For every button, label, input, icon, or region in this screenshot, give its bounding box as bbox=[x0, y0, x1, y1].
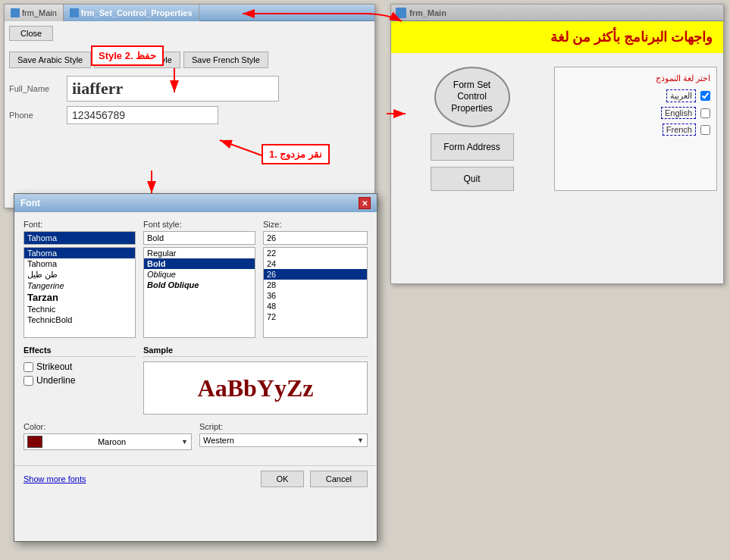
save-arabic-button[interactable]: Save Arabic Style bbox=[9, 52, 91, 68]
color-dropdown-icon: ▼ bbox=[181, 438, 188, 446]
tab-icon-frm-main bbox=[11, 8, 20, 17]
script-dropdown-icon: ▼ bbox=[357, 436, 364, 444]
script-select[interactable]: Western ▼ bbox=[199, 433, 368, 447]
font-list[interactable]: Tahoma Tahoma طن طيل Tangerine Tarzan Te… bbox=[23, 247, 136, 338]
font-col: Font: Tahoma Tahoma طن طيل Tangerine Tar… bbox=[23, 220, 136, 338]
style-bold-selected[interactable]: Bold bbox=[144, 258, 255, 269]
color-label: Color: bbox=[23, 422, 192, 431]
dialog-body: Font: Tahoma Tahoma طن طيل Tangerine Tar… bbox=[14, 212, 377, 465]
size-48[interactable]: 48 bbox=[264, 301, 367, 311]
dialog-footer: Show more fonts OK Cancel bbox=[14, 465, 377, 492]
sample-col: Sample AaBbYyZz bbox=[143, 346, 368, 415]
script-label: Script: bbox=[199, 422, 368, 431]
annotation-1: 1. نقر مزدوج bbox=[262, 144, 330, 164]
size-28[interactable]: 28 bbox=[264, 280, 367, 290]
size-26-selected[interactable]: 26 bbox=[264, 269, 367, 280]
annotation-1-text: 1. نقر مزدوج bbox=[269, 149, 322, 160]
arabic-checkbox-row: العربية bbox=[561, 89, 710, 102]
size-col: Size: 22 24 26 28 36 48 72 bbox=[263, 220, 368, 338]
style-buttons-row: Save Arabic Style Save English Style Sav… bbox=[9, 52, 370, 68]
font-list-item-arabic[interactable]: طن طيل bbox=[24, 269, 135, 280]
color-select[interactable]: Maroon ▼ bbox=[23, 433, 192, 450]
form-address-button[interactable]: Form Address bbox=[431, 133, 514, 161]
sample-label: Sample bbox=[143, 346, 368, 357]
full-name-label: Full_Name bbox=[9, 84, 62, 93]
full-name-input[interactable] bbox=[67, 76, 279, 102]
sample-text: AaBbYyZz bbox=[198, 374, 314, 402]
size-label: Size: bbox=[263, 220, 368, 229]
font-list-item-tarzan[interactable]: Tarzan bbox=[24, 291, 135, 304]
right-window: frm_Main واجهات البرنامج بأكثر من لغة Fo… bbox=[390, 4, 724, 284]
english-checkbox[interactable] bbox=[700, 108, 710, 118]
phone-row: Phone bbox=[9, 106, 370, 124]
script-col: Script: Western ▼ bbox=[199, 422, 368, 450]
choose-lang-label: اختر لغة النموذج bbox=[561, 74, 710, 83]
tab-frm-set-label: frm_Set_Control_Properties bbox=[81, 8, 193, 17]
right-body: واجهات البرنامج بأكثر من لغة Form SetCon… bbox=[391, 21, 723, 197]
close-button[interactable]: Close bbox=[9, 26, 53, 41]
font-list-item-tahoma-selected[interactable]: Tahoma bbox=[24, 248, 135, 258]
underline-label: Underline bbox=[36, 375, 75, 386]
style-label: Font style: bbox=[143, 220, 255, 229]
style-regular[interactable]: Regular bbox=[144, 248, 255, 258]
form-set-control-button[interactable]: Form SetControlProperties bbox=[434, 67, 510, 127]
font-list-item-technicbold[interactable]: TechnicBold bbox=[24, 314, 135, 325]
french-checkbox[interactable] bbox=[700, 125, 710, 135]
right-titlebar-icon bbox=[396, 8, 406, 18]
header-banner: واجهات البرنامج بأكثر من لغة bbox=[391, 21, 723, 53]
style-bold-oblique[interactable]: Bold Oblique bbox=[144, 280, 255, 290]
dialog-close-button[interactable]: ✕ bbox=[359, 197, 371, 209]
strikeout-checkbox[interactable] bbox=[23, 362, 33, 372]
phone-input[interactable] bbox=[67, 106, 218, 124]
underline-checkbox[interactable] bbox=[23, 376, 33, 386]
font-row: Font: Tahoma Tahoma طن طيل Tangerine Tar… bbox=[23, 220, 368, 338]
arabic-checkbox[interactable] bbox=[700, 91, 710, 101]
size-input[interactable] bbox=[263, 231, 368, 245]
right-titlebar: frm_Main bbox=[391, 5, 723, 21]
full-name-row: Full_Name bbox=[9, 76, 370, 102]
show-more-fonts-link[interactable]: Show more fonts bbox=[23, 474, 86, 483]
left-window: frm_Main frm_Set_Control_Properties Clos… bbox=[4, 4, 375, 208]
color-col: Color: Maroon ▼ bbox=[23, 422, 192, 450]
arabic-label: العربية bbox=[666, 89, 696, 102]
dialog-cancel-button[interactable]: Cancel bbox=[310, 471, 368, 487]
font-dialog: Font ✕ Font: Tahoma Tahoma طن طيل Tanger… bbox=[14, 193, 378, 542]
tab-frm-main-label: frm_Main bbox=[22, 8, 57, 17]
font-list-item-tangerine[interactable]: Tangerine bbox=[24, 280, 135, 291]
left-titlebar: frm_Main frm_Set_Control_Properties bbox=[5, 5, 374, 21]
tab-icon-frm-set bbox=[70, 8, 79, 17]
quit-button[interactable]: Quit bbox=[431, 167, 514, 191]
style-input[interactable] bbox=[143, 231, 255, 245]
french-checkbox-row: French bbox=[561, 124, 710, 136]
font-list-item-technic[interactable]: Technic bbox=[24, 304, 135, 314]
right-title: frm_Main bbox=[409, 8, 446, 17]
dialog-title: Font bbox=[20, 198, 40, 208]
save-french-button[interactable]: Save French Style bbox=[183, 52, 268, 68]
size-list[interactable]: 22 24 26 28 36 48 72 bbox=[263, 247, 368, 338]
script-value: Western bbox=[203, 436, 234, 445]
left-body: Close Save Arabic Style Save English Sty… bbox=[5, 21, 374, 133]
size-36[interactable]: 36 bbox=[264, 290, 367, 301]
english-checkbox-row: English bbox=[561, 107, 710, 119]
tab-frm-set[interactable]: frm_Set_Control_Properties bbox=[64, 5, 199, 21]
tab-frm-main[interactable]: frm_Main bbox=[5, 5, 64, 21]
phone-label: Phone bbox=[9, 111, 62, 120]
language-panel: اختر لغة النموذج العربية English French bbox=[554, 67, 717, 191]
annotation-2-text: Style حفظ .2 bbox=[99, 50, 156, 61]
sample-box: AaBbYyZz bbox=[143, 361, 368, 415]
dialog-ok-button[interactable]: OK bbox=[261, 471, 305, 487]
size-24[interactable]: 24 bbox=[264, 258, 367, 269]
dialog-action-buttons: OK Cancel bbox=[258, 471, 368, 487]
font-list-item-tahoma[interactable]: Tahoma bbox=[24, 258, 135, 269]
french-label: French bbox=[663, 124, 696, 136]
font-input[interactable] bbox=[23, 231, 136, 245]
effects-sample-row: Effects Strikeout Underline Sample AaBbY… bbox=[23, 346, 368, 415]
style-list[interactable]: Regular Bold Oblique Bold Oblique bbox=[143, 247, 255, 338]
size-22[interactable]: 22 bbox=[264, 248, 367, 258]
underline-row: Underline bbox=[23, 375, 136, 386]
style-oblique[interactable]: Oblique bbox=[144, 269, 255, 280]
color-swatch bbox=[27, 436, 42, 448]
style-col: Font style: Regular Bold Oblique Bold Ob… bbox=[143, 220, 255, 338]
size-72[interactable]: 72 bbox=[264, 311, 367, 322]
color-script-row: Color: Maroon ▼ Script: Western ▼ bbox=[23, 422, 368, 450]
